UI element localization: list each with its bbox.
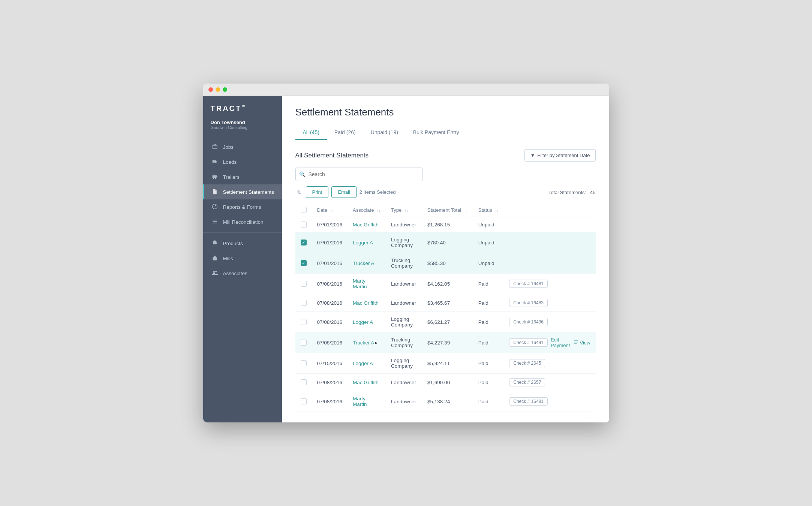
svg-point-1 bbox=[213, 178, 214, 179]
sidebar-item-associates[interactable]: Associates bbox=[203, 266, 282, 281]
minimize-button[interactable] bbox=[216, 87, 220, 92]
tab-paid[interactable]: Paid (26) bbox=[327, 126, 363, 140]
row-checkbox[interactable] bbox=[301, 222, 307, 228]
row-actions: Check # 2657 bbox=[504, 374, 595, 391]
sidebar-item-loads[interactable]: Loads bbox=[203, 154, 282, 169]
row-total: $780.40 bbox=[422, 232, 473, 253]
actions-cell: Check # 16483 bbox=[509, 299, 590, 307]
user-company: Goodwin Consulting bbox=[211, 125, 274, 130]
row-type: Landowner bbox=[386, 217, 422, 232]
table-row: 07/01/2016Trucker ATrucking Company$585.… bbox=[295, 253, 596, 274]
row-date: 07/08/2016 bbox=[312, 312, 348, 332]
sidebar-item-jobs[interactable]: Jobs bbox=[203, 139, 282, 154]
sidebar-item-settlement-statements[interactable]: Settlement Statements bbox=[203, 184, 282, 199]
tab-unpaid[interactable]: Unpaid (19) bbox=[363, 126, 406, 140]
sidebar-item-mills[interactable]: Mills bbox=[203, 251, 282, 266]
row-associate[interactable]: Mac Griffith bbox=[348, 294, 386, 312]
row-checkbox-cell bbox=[295, 332, 312, 353]
row-date: 07/08/2016 bbox=[312, 274, 348, 294]
sidebar-item-label-settlement: Settlement Statements bbox=[223, 189, 274, 195]
check-badge: Check # 16481 bbox=[509, 397, 548, 406]
row-checkbox[interactable] bbox=[301, 379, 307, 385]
row-associate[interactable]: Trucker A ▸ bbox=[348, 332, 386, 353]
col-header-date[interactable]: Date ↑↓ bbox=[312, 203, 348, 217]
search-input[interactable] bbox=[295, 168, 423, 181]
sidebar-item-label-mills: Mills bbox=[223, 256, 233, 261]
row-checkbox-cell bbox=[295, 391, 312, 412]
row-checkbox[interactable] bbox=[301, 360, 307, 366]
row-associate[interactable]: Logger A bbox=[348, 312, 386, 332]
row-associate[interactable]: Marty Martin bbox=[348, 391, 386, 412]
table-row: 07/08/2016Marty MartinLandowner$4,162.05… bbox=[295, 274, 596, 294]
sidebar-item-label-reports: Reports & Forms bbox=[223, 204, 261, 210]
print-button[interactable]: Print bbox=[306, 186, 329, 198]
row-status: Unpaid bbox=[473, 217, 504, 232]
row-status: Unpaid bbox=[473, 253, 504, 274]
row-checkbox-cell bbox=[295, 232, 312, 253]
sort-arrows-date: ↑↓ bbox=[330, 208, 334, 213]
svg-rect-0 bbox=[212, 175, 216, 178]
row-type: Trucking Company bbox=[386, 253, 422, 274]
email-button[interactable]: Email bbox=[331, 186, 357, 198]
row-actions: Check # 2645 bbox=[504, 353, 595, 374]
document-icon bbox=[212, 189, 219, 195]
row-total: $1,690.00 bbox=[422, 374, 473, 391]
filter-button[interactable]: ▼ Filter by Statement Date bbox=[524, 149, 595, 162]
tab-all[interactable]: All (45) bbox=[295, 126, 327, 140]
page-title: Settlement Statements bbox=[295, 106, 596, 118]
select-all-checkbox[interactable] bbox=[301, 207, 307, 213]
row-associate[interactable]: Logger A bbox=[348, 232, 386, 253]
col-header-associate[interactable]: Associate ↑↓ bbox=[348, 203, 386, 217]
filter-icon: ▼ bbox=[530, 153, 535, 158]
row-actions bbox=[504, 253, 595, 274]
sidebar-item-reports-forms[interactable]: Reports & Forms bbox=[203, 199, 282, 214]
maximize-button[interactable] bbox=[223, 87, 227, 92]
view-link[interactable]: View bbox=[574, 340, 590, 346]
row-status: Paid bbox=[473, 391, 504, 412]
bell-icon bbox=[212, 240, 219, 247]
toolbar: ⇅ Print Email 2 Items Selected Total Sta… bbox=[295, 186, 596, 198]
reconcile-icon bbox=[212, 219, 219, 225]
sort-icon[interactable]: ⇅ bbox=[295, 189, 303, 196]
people-icon bbox=[212, 270, 219, 277]
briefcase-icon bbox=[212, 144, 219, 150]
row-checkbox[interactable] bbox=[301, 281, 307, 287]
row-checkbox[interactable] bbox=[301, 260, 307, 266]
row-date: 07/15/2016 bbox=[312, 353, 348, 374]
row-associate[interactable]: Mac Griffith bbox=[348, 217, 386, 232]
actions-cell: Check # 16481 bbox=[509, 397, 590, 406]
edit-payment-link[interactable]: Edit Payment bbox=[551, 337, 571, 348]
row-associate[interactable]: Marty Martin bbox=[348, 274, 386, 294]
row-associate[interactable]: Logger A bbox=[348, 353, 386, 374]
row-total: $585.30 bbox=[422, 253, 473, 274]
row-associate[interactable]: Trucker A bbox=[348, 253, 386, 274]
col-header-total[interactable]: Statement Total ↑↓ bbox=[422, 203, 473, 217]
row-checkbox[interactable] bbox=[301, 300, 307, 306]
check-badge: Check # 16496 bbox=[509, 318, 548, 326]
svg-point-9 bbox=[215, 271, 217, 272]
close-button[interactable] bbox=[208, 87, 213, 92]
sidebar-item-trailers[interactable]: Trailers bbox=[203, 169, 282, 184]
row-actions: Check # 16491Edit PaymentView bbox=[504, 332, 595, 353]
row-associate[interactable]: Mac Griffith bbox=[348, 374, 386, 391]
row-checkbox[interactable] bbox=[301, 240, 307, 246]
row-checkbox[interactable] bbox=[301, 398, 307, 404]
row-date: 07/01/2016 bbox=[312, 217, 348, 232]
row-checkbox-cell bbox=[295, 217, 312, 232]
row-date: 07/08/2016 bbox=[312, 374, 348, 391]
sidebar-item-mill-reconciliation[interactable]: Mill Reconciliation bbox=[203, 214, 282, 229]
row-checkbox[interactable] bbox=[301, 340, 307, 346]
row-checkbox[interactable] bbox=[301, 319, 307, 325]
sidebar-item-products[interactable]: Products bbox=[203, 236, 282, 251]
tab-bulk-payment[interactable]: Bulk Payment Entry bbox=[406, 126, 467, 140]
col-header-type[interactable]: Type ↑↓ bbox=[386, 203, 422, 217]
row-actions: Check # 16483 bbox=[504, 294, 595, 312]
row-checkbox-cell bbox=[295, 274, 312, 294]
sidebar-item-label-associates: Associates bbox=[223, 271, 247, 276]
row-total: $5,924.11 bbox=[422, 353, 473, 374]
sort-arrows-total: ↑↓ bbox=[464, 208, 468, 213]
col-header-status[interactable]: Status ↑↓ bbox=[473, 203, 504, 217]
row-type: Landowner bbox=[386, 294, 422, 312]
mills-icon bbox=[212, 255, 219, 262]
row-status: Paid bbox=[473, 374, 504, 391]
